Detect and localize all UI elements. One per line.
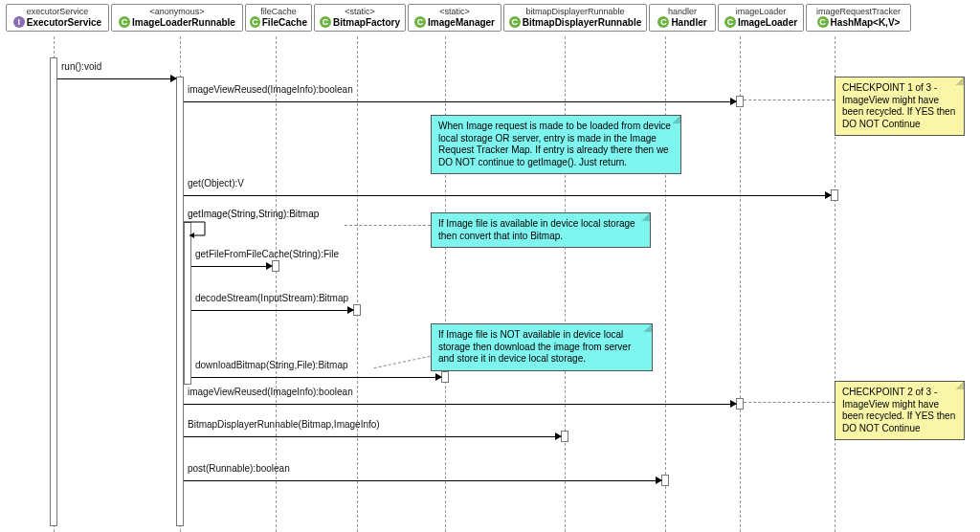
msg-decodeStream: decodeStream(InputStream):Bitmap xyxy=(191,304,353,318)
lifeline xyxy=(276,36,277,532)
note-local-storage: If Image file is available in device loc… xyxy=(431,212,651,248)
participant-bitmapFactory: <static> CBitmapFactory xyxy=(314,4,406,32)
activation-bar xyxy=(176,77,184,526)
class-icon: C xyxy=(250,16,260,28)
participant-anon: <anonymous> CImageLoaderRunnable xyxy=(111,4,243,32)
class-icon: C xyxy=(657,16,669,28)
participant-label: ExecutorService xyxy=(27,17,101,28)
lifeline xyxy=(565,36,566,532)
note-connector xyxy=(345,225,431,226)
class-icon: C xyxy=(509,16,521,28)
note-request-tracker: When Image request is made to be loaded … xyxy=(431,115,681,174)
note-checkpoint-1: CHECKPOINT 1 of 3 - ImageView might have… xyxy=(835,77,965,136)
lifeline xyxy=(665,36,666,532)
participant-imageLoader: imageLoader CImageLoader xyxy=(718,4,804,32)
participant-imageManager: <static> CImageManager xyxy=(408,4,501,32)
class-icon: C xyxy=(724,16,736,28)
activation-bar xyxy=(831,189,838,201)
activation-bar xyxy=(736,398,744,410)
msg-imageViewReused-1: imageViewReused(ImageInfo):boolean xyxy=(184,96,736,109)
msg-run: run():void xyxy=(57,73,176,86)
activation-bar xyxy=(272,260,279,272)
participant-label: BitmapFactory xyxy=(333,17,400,28)
msg-post: post(Runnable):boolean xyxy=(184,475,661,488)
msg-imageViewReused-2: imageViewReused(ImageInfo):boolean xyxy=(184,398,736,411)
participant-label: Handler xyxy=(671,17,706,28)
participant-handler: handler CHandler xyxy=(649,4,716,32)
participant-imageRequestTracker: imageRequestTracker CHashMap<K,V> xyxy=(806,4,911,32)
note-connector xyxy=(374,356,431,368)
activation-bar xyxy=(184,222,191,385)
note-connector xyxy=(744,100,835,100)
activation-bar xyxy=(353,304,361,316)
participant-label: BitmapDisplayerRunnable xyxy=(523,17,641,28)
class-icon: C xyxy=(119,16,130,28)
class-icon: C xyxy=(320,16,331,28)
participants-row: executorService IExecutorService <anonym… xyxy=(6,4,911,32)
msg-bitmapDisplayerRunnable: BitmapDisplayerRunnable(Bitmap,ImageInfo… xyxy=(184,431,561,444)
lifeline xyxy=(445,36,446,532)
activation-bar xyxy=(736,96,744,107)
note-download: If Image file is NOT available in device… xyxy=(431,323,653,371)
note-checkpoint-2: CHECKPOINT 2 of 3 - ImageView might have… xyxy=(835,381,965,440)
participant-bitmapDisplayerRunnable: bitmapDisplayerRunnable CBitmapDisplayer… xyxy=(503,4,647,32)
msg-downloadBitmap: downloadBitmap(String,File):Bitmap xyxy=(191,371,441,385)
msg-getImage-self: getImage(String,String):Bitmap xyxy=(184,220,212,237)
participant-label: ImageLoaderRunnable xyxy=(132,17,235,28)
participant-label: ImageLoader xyxy=(738,17,797,28)
participant-executorService: executorService IExecutorService xyxy=(6,4,109,32)
activation-bar xyxy=(50,57,57,526)
msg-getFileFromFileCache: getFileFromFileCache(String):File xyxy=(191,260,272,274)
msg-get: get(Object):V xyxy=(184,189,831,203)
participant-label: HashMap<K,V> xyxy=(831,17,901,28)
participant-label: ImageManager xyxy=(428,17,495,28)
class-icon: C xyxy=(414,16,426,28)
activation-bar xyxy=(441,371,449,383)
participant-fileCache: fileCache CFileCache xyxy=(245,4,312,32)
interface-icon: I xyxy=(13,16,25,28)
lifeline xyxy=(357,36,358,532)
lifeline xyxy=(740,36,741,532)
activation-bar xyxy=(661,475,669,486)
activation-bar xyxy=(561,431,568,442)
class-icon: C xyxy=(817,16,829,28)
participant-label: FileCache xyxy=(262,17,307,28)
note-connector xyxy=(744,402,835,403)
